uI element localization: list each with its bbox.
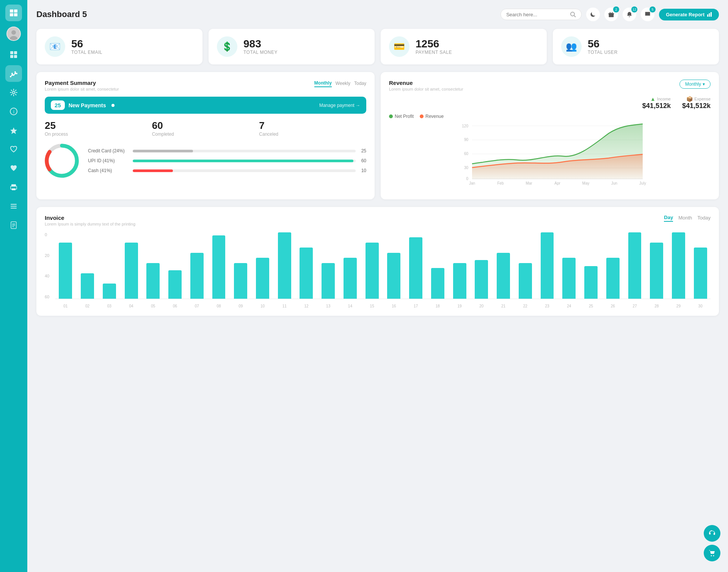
bar-column [559,232,579,299]
support-button[interactable] [704,525,720,542]
notifications-button[interactable]: 12 [623,8,636,21]
bar-fill [584,266,598,299]
sidebar-item-info[interactable]: i [5,103,22,120]
cart-icon [708,549,716,557]
sidebar-item-notes[interactable] [5,217,22,234]
stat-info-total-money: 983 TOTAL MONEY [243,38,278,55]
bar-column [165,232,185,299]
bar-column [406,232,426,299]
sidebar-item-printer[interactable] [5,179,22,196]
bar-column [690,232,711,299]
messages-button[interactable]: 5 [641,8,654,21]
chevron-down-icon: ▾ [703,81,705,87]
sidebar-item-heart-outline[interactable] [5,141,22,158]
progress-bar-bg [133,150,356,152]
sidebar-item-list[interactable] [5,198,22,215]
bar-fill [650,243,663,299]
bar-column [493,232,514,299]
bar-column [362,232,382,299]
svg-text:0: 0 [466,177,468,181]
progress-bar-bg [133,169,356,172]
svg-point-11 [10,76,11,77]
revenue-chart: 0 30 60 90 120 [389,122,711,190]
stat-card-payment-sale: 💳 1256 PAYMENT SALE [381,29,547,64]
svg-rect-32 [609,14,614,17]
bar-column [231,232,251,299]
income-value: $41,512k [642,102,671,110]
sidebar-item-heart-fill[interactable] [5,160,22,177]
stat-label-total-money: TOTAL MONEY [243,50,278,55]
new-payments-label: New Payments [69,102,106,108]
search-icon [570,11,576,17]
avatar[interactable] [6,27,21,41]
net-profit-label: Net Profit [395,114,414,119]
payment-stats-row: 25On process60Completed7Canceled [45,120,366,137]
progress-list: Credit Card (24%) 25 UPI ID (41%) 60 Cas… [88,148,366,173]
gift-button[interactable]: 2 [604,8,618,21]
bar-column [187,232,207,299]
notifications-badge: 12 [631,6,637,13]
bar-fill [81,273,94,299]
generate-report-button[interactable]: Generate Report [659,9,719,20]
payment-summary-title: Payment Summary [45,80,119,86]
bar-fill [322,263,335,299]
sidebar-item-settings[interactable] [5,84,22,101]
stat-number-total-money: 983 [243,38,278,50]
sidebar-item-star[interactable] [5,122,22,139]
revenue-subtitle: Lorem ipsum dolor sit amet, consectetur [389,87,463,91]
invoice-tab-month[interactable]: Month [678,215,692,222]
svg-rect-29 [12,226,14,227]
bar-fill [519,263,532,299]
svg-rect-23 [11,204,17,205]
stat-card-total-money: 💲 983 TOTAL MONEY [209,29,375,64]
svg-rect-0 [10,9,13,13]
svg-text:90: 90 [464,138,469,142]
invoice-tab-day[interactable]: Day [664,215,673,222]
income-expense: ▲ Income $41,512k 📦 Expense $41,512k [389,96,711,110]
invoice-bar-chart: 6040200010203040506070809101112131415161… [45,232,711,308]
bar-column [99,232,119,299]
bar-fill [146,263,160,299]
stat-card-total-user: 👥 56 TOTAL USER [553,29,719,64]
bar-column [668,232,689,299]
bar-fill [168,270,182,299]
sidebar-item-dashboard[interactable] [5,46,22,63]
svg-rect-24 [11,206,17,207]
invoice-tab-today[interactable]: Today [697,215,711,222]
svg-text:60: 60 [464,152,469,156]
manage-payment-link[interactable]: Manage payment → [319,103,360,108]
svg-point-14 [14,71,16,73]
bar-chart-inner [55,232,711,299]
stat-info-payment-sale: 1256 PAYMENT SALE [416,38,452,55]
cart-button[interactable] [704,545,720,561]
search-input[interactable] [506,12,567,17]
revenue-monthly-dropdown[interactable]: Monthly ▾ [679,80,711,89]
gift-badge: 2 [613,6,619,13]
svg-text:Feb: Feb [497,181,504,185]
payment-stat-canceled: 7Canceled [259,120,366,137]
bar-column [537,232,557,299]
sidebar: i [0,0,27,572]
svg-rect-36 [709,13,710,17]
tab-monthly[interactable]: Monthly [314,80,332,87]
bar-fill [672,232,685,299]
bar-column [471,232,492,299]
bar-fill [344,258,357,299]
sidebar-logo[interactable] [5,5,22,21]
tab-weekly[interactable]: Weekly [336,80,350,87]
stat-label-payment-sale: PAYMENT SALE [416,50,452,55]
y-axis-labels: 6040200 [45,232,51,299]
svg-point-12 [11,73,13,74]
bar-column [121,232,141,299]
progress-bar-fill [133,160,353,162]
svg-rect-7 [10,51,13,54]
gift-icon [608,11,614,17]
tab-today[interactable]: Today [354,80,366,87]
sidebar-item-analytics[interactable] [5,65,22,82]
theme-toggle-button[interactable] [586,8,600,21]
bar-column [296,232,317,299]
new-payments-count: 25 [51,100,65,110]
svg-rect-3 [14,13,17,16]
moon-icon [590,11,596,17]
svg-rect-37 [711,12,712,17]
